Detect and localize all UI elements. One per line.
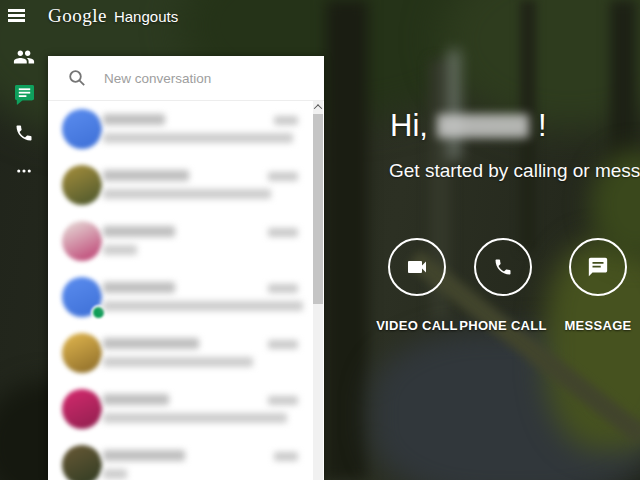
hangouts-logo-text: Hangouts <box>114 8 178 25</box>
phone-icon <box>14 123 34 143</box>
contact-name-redacted <box>103 170 189 181</box>
sidebar-item-calls[interactable] <box>0 114 48 152</box>
action-label: PHONE CALL <box>455 318 551 333</box>
contact-name-redacted <box>103 226 175 237</box>
conversation-list-item[interactable] <box>48 101 324 157</box>
contact-name-redacted <box>103 338 199 349</box>
action-label: VIDEO CALL <box>369 318 465 333</box>
contact-name-redacted <box>103 450 185 461</box>
video-camera-icon <box>388 238 446 296</box>
conversation-list-item[interactable] <box>48 269 324 325</box>
conversation-list-item[interactable] <box>48 381 324 437</box>
menu-icon-bar <box>8 9 25 12</box>
app-logo: Google Hangouts <box>48 5 178 27</box>
scrollbar[interactable] <box>313 101 323 480</box>
background-shape <box>326 0 368 480</box>
menu-icon[interactable] <box>8 9 25 24</box>
action-message[interactable]: MESSAGE <box>550 238 640 333</box>
conversation-list-item[interactable] <box>48 437 324 480</box>
phone-icon <box>474 238 532 296</box>
scroll-up-arrow-icon[interactable] <box>313 101 323 113</box>
greeting-prefix: Hi, <box>390 108 428 144</box>
new-conversation-row[interactable] <box>48 56 324 101</box>
message-preview-redacted <box>103 301 303 311</box>
message-preview-redacted <box>103 133 293 143</box>
greeting-heading: Hi, ! <box>390 108 547 144</box>
avatar <box>62 221 102 261</box>
action-phone-call[interactable]: PHONE CALL <box>455 238 551 333</box>
conversation-list-item[interactable] <box>48 213 324 269</box>
greeting-suffix: ! <box>538 108 547 144</box>
timestamp-redacted <box>268 228 298 237</box>
message-preview-redacted <box>103 469 127 479</box>
conversation-panel <box>48 56 324 480</box>
timestamp-redacted <box>268 396 298 405</box>
contact-name-redacted <box>103 282 175 293</box>
scrollbar-thumb[interactable] <box>313 114 323 304</box>
user-name-redacted <box>437 114 529 138</box>
hangouts-app: Google Hangouts Hi, ! Get started by cal… <box>0 0 640 480</box>
greeting-subtitle: Get started by calling or messaging <box>389 160 640 182</box>
avatar <box>62 109 102 149</box>
message-preview-redacted <box>103 189 271 199</box>
avatar <box>62 445 102 480</box>
sidebar-item-contacts[interactable] <box>0 38 48 76</box>
timestamp-redacted <box>268 284 298 293</box>
action-label: MESSAGE <box>550 318 640 333</box>
contact-name-redacted <box>103 114 165 125</box>
timestamp-redacted <box>268 172 298 181</box>
timestamp-redacted <box>274 452 298 461</box>
google-logo-text: Google <box>48 5 107 27</box>
sidebar-nav <box>0 38 48 190</box>
action-video-call[interactable]: VIDEO CALL <box>369 238 465 333</box>
conversation-list-item[interactable] <box>48 325 324 381</box>
people-icon <box>13 46 35 68</box>
avatar <box>62 389 102 429</box>
search-input[interactable] <box>102 70 276 87</box>
sidebar-item-more[interactable] <box>0 152 48 190</box>
conversation-list <box>48 101 324 480</box>
avatar <box>62 333 102 373</box>
timestamp-redacted <box>268 340 298 349</box>
avatar <box>62 165 102 205</box>
search-icon <box>68 69 86 87</box>
message-icon <box>569 238 627 296</box>
menu-icon-bar <box>8 14 25 17</box>
message-preview-redacted <box>103 357 253 367</box>
timestamp-redacted <box>274 116 298 125</box>
conversation-list-item[interactable] <box>48 157 324 213</box>
message-preview-redacted <box>103 245 137 255</box>
more-icon <box>15 162 33 180</box>
contact-name-redacted <box>103 394 169 405</box>
message-preview-redacted <box>103 413 287 423</box>
chat-icon <box>15 85 34 105</box>
menu-icon-bar <box>8 19 25 22</box>
sidebar-item-conversations[interactable] <box>0 76 48 114</box>
